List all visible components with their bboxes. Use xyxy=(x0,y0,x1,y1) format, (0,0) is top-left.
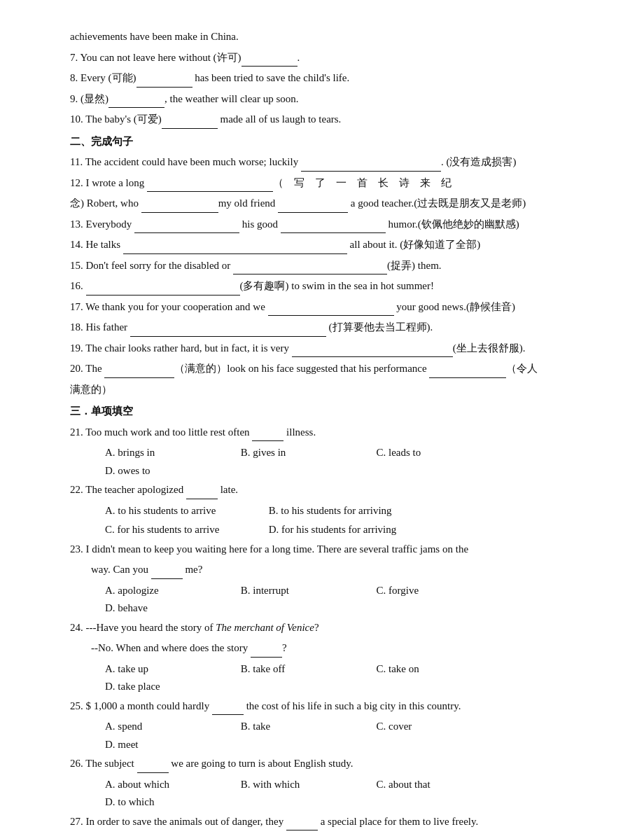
q12a: 12. I wrote a long （ 写 了 一 首 长 诗 来 纪 xyxy=(70,174,602,193)
q22-choices-row2: C. for his students to arrive D. for his… xyxy=(70,521,602,539)
q23-c: C. forgive xyxy=(377,582,510,600)
q21-a: A. brings in xyxy=(105,444,238,462)
q8: 8. Every (可能) has been tried to save the… xyxy=(70,69,602,88)
q9: 9. (显然), the weather will clear up soon. xyxy=(70,90,602,109)
section3-title: 三．单项填空 xyxy=(70,403,602,421)
q7: 7. You can not leave here without (许可). xyxy=(70,49,602,67)
q24-d: D. take place xyxy=(105,678,238,696)
q24-b: B. take off xyxy=(241,660,374,679)
q11: 11. The accident could have been much wo… xyxy=(70,153,602,172)
q16: 16. (多有趣啊) to swim in the sea in hot sum… xyxy=(70,277,602,296)
q22: 22. The teacher apologized late. xyxy=(70,481,602,499)
q21-b: B. gives in xyxy=(241,444,374,462)
q14: 14. He talks all about it. (好像知道了全部) xyxy=(70,236,602,254)
q22-d: D. for his students for arriving xyxy=(269,521,402,539)
q10: 10. The baby's (可爱) made all of us laugh… xyxy=(70,111,602,129)
q25: 25. $ 1,000 a month could hardly the cos… xyxy=(70,697,602,716)
q22-a: A. to his students to arrive xyxy=(105,502,266,520)
q12b: 念) Robert, who my old friend a good teac… xyxy=(70,195,602,213)
q26-b: B. with which xyxy=(241,776,374,794)
q18: 18. His father (打算要他去当工程师). xyxy=(70,319,602,337)
q23-d: D. behave xyxy=(105,599,238,618)
q26-choices: A. about which B. with which C. about th… xyxy=(70,776,602,812)
q26-d: D. to which xyxy=(105,793,238,812)
q24b: --No. When and where does the story ? xyxy=(70,639,602,658)
q25-d: D. meet xyxy=(105,736,238,754)
q23-a: A. apologize xyxy=(105,582,238,600)
q26: 26. The subject we are going to turn is … xyxy=(70,755,602,773)
q25-c: C. cover xyxy=(377,718,510,736)
q17: 17. We thank you for your cooperation an… xyxy=(70,298,602,317)
q20: 20. The （满意的）look on his face suggested … xyxy=(70,360,602,378)
q26-c: C. about that xyxy=(377,776,510,794)
q21-d: D. owes to xyxy=(105,462,238,480)
q22-b: B. to his students for arriving xyxy=(269,502,402,520)
intro-line: achievements have been make in China. xyxy=(70,28,602,46)
q24-c: C. take on xyxy=(377,660,510,679)
q23-b: B. interrupt xyxy=(241,582,374,600)
q15: 15. Don't feel sorry for the disabled or… xyxy=(70,257,602,275)
q23: 23. I didn't mean to keep you waiting he… xyxy=(70,541,602,559)
q24-a: A. take up xyxy=(105,660,238,679)
q25-a: A. spend xyxy=(105,718,238,736)
q21-c: C. leads to xyxy=(377,444,510,462)
q25-b: B. take xyxy=(241,718,374,736)
q24-choices: A. take up B. take off C. take on D. tak… xyxy=(70,660,602,696)
q21-choices: A. brings in B. gives in C. leads to D. … xyxy=(70,444,602,480)
q27: 27. In order to save the animals out of … xyxy=(70,813,602,831)
q24: 24. ---Have you heard the story of The m… xyxy=(70,619,602,637)
main-content: achievements have been make in China. 7.… xyxy=(70,28,602,834)
q23b: way. Can you me? xyxy=(70,561,602,579)
section2-title: 二、完成句子 xyxy=(70,133,602,151)
q20b: 满意的） xyxy=(70,381,602,399)
q22-choices-row1: A. to his students to arrive B. to his s… xyxy=(70,502,602,520)
q25-choices: A. spend B. take C. cover D. meet xyxy=(70,718,602,753)
q26-a: A. about which xyxy=(105,776,238,794)
q19: 19. The chair looks rather hard, but in … xyxy=(70,340,602,358)
q13: 13. Everybody his good humor.(钦佩他绝妙的幽默感) xyxy=(70,216,602,234)
q23-choices: A. apologize B. interrupt C. forgive D. … xyxy=(70,582,602,618)
q22-c: C. for his students to arrive xyxy=(105,521,266,539)
q21: 21. Too much work and too little rest of… xyxy=(70,424,602,442)
